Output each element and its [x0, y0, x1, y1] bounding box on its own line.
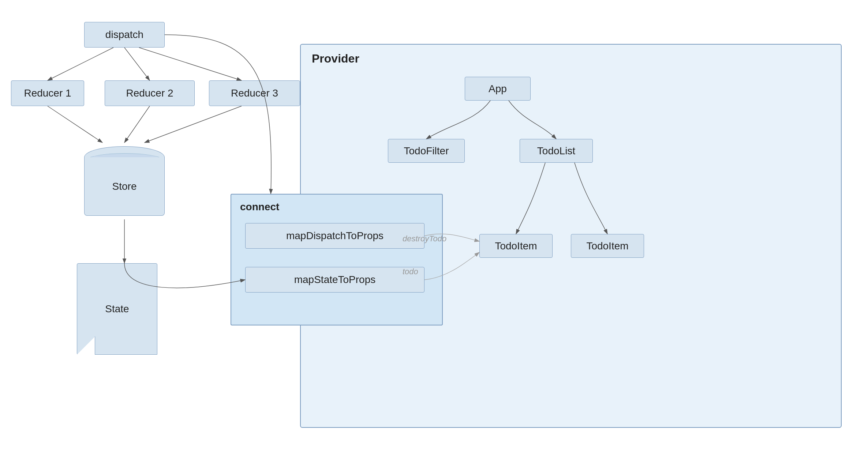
app-label: App [489, 83, 507, 95]
todoitem1-node: TodoItem [479, 234, 553, 258]
store-label: Store [112, 181, 137, 192]
dispatch-label: dispatch [105, 29, 143, 41]
todo-label: todo [403, 267, 418, 276]
app-node: App [465, 77, 531, 101]
reducer2-label: Reducer 2 [126, 87, 173, 99]
svg-line-7 [145, 106, 242, 143]
todolist-node: TodoList [520, 139, 593, 163]
svg-line-3 [124, 48, 150, 80]
state-node: State [77, 263, 172, 366]
todoitem2-node: TodoItem [571, 234, 644, 258]
svg-line-4 [139, 48, 242, 80]
todoitem1-label: TodoItem [495, 240, 537, 252]
reducer2-node: Reducer 2 [105, 80, 195, 106]
destroytodo-label: destroyTodo [403, 234, 446, 244]
todofilter-node: TodoFilter [388, 139, 465, 163]
svg-line-2 [48, 48, 113, 80]
map-state-label: mapStateToProps [294, 274, 376, 286]
svg-line-6 [124, 106, 150, 143]
reducer3-label: Reducer 3 [231, 87, 278, 99]
connect-container: connect [231, 194, 443, 325]
reducer1-node: Reducer 1 [11, 80, 84, 106]
reducer1-label: Reducer 1 [24, 87, 71, 99]
todolist-label: TodoList [537, 145, 575, 157]
map-dispatch-node: mapDispatchToProps [245, 223, 424, 249]
diagram-container: dispatch Reducer 1 Reducer 2 Reducer 3 S… [0, 0, 868, 460]
map-dispatch-label: mapDispatchToProps [286, 230, 384, 242]
state-label: State [105, 303, 129, 315]
map-state-node: mapStateToProps [245, 267, 424, 293]
connect-label: connect [240, 201, 279, 213]
dispatch-node: dispatch [84, 22, 165, 48]
svg-line-5 [48, 106, 102, 143]
todofilter-label: TodoFilter [404, 145, 449, 157]
provider-label: Provider [312, 52, 359, 65]
reducer3-node: Reducer 3 [209, 80, 300, 106]
todoitem2-label: TodoItem [586, 240, 628, 252]
store-node: Store [77, 139, 172, 234]
